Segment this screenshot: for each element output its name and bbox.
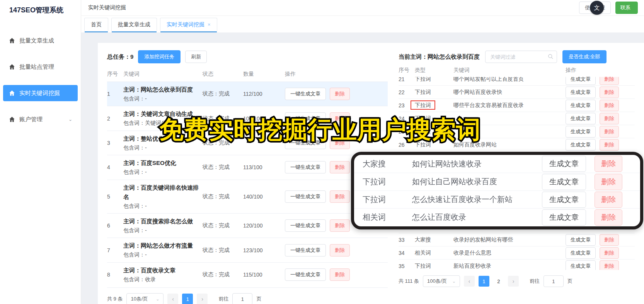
table-row[interactable]: 7 主词：网站怎么做才有流量 包含词：- 状态：完成 123/100 一键生成文… <box>107 238 388 262</box>
generate-article-button[interactable]: 生成文章 <box>566 139 596 151</box>
generate-article-button[interactable]: 一键生成文章 <box>285 244 326 256</box>
main-area: 实时关键词挖掘 使用教程 联系 文 首页 批量文章生成 实时关键词挖掘 × <box>81 0 644 304</box>
delete-button[interactable]: 删除 <box>330 190 350 203</box>
sidebar-item-keyword-mining[interactable]: 实时关键词挖掘 <box>3 85 78 101</box>
goto-page-input[interactable] <box>232 293 252 304</box>
delete-button[interactable]: 删除 <box>600 247 619 259</box>
delete-button[interactable]: 删除 <box>330 244 350 256</box>
row-type: 下拉词 <box>415 263 453 270</box>
add-task-button[interactable]: 添加挖词任务 <box>138 50 181 63</box>
row-keyword: 新站百度秒收录 <box>453 263 566 270</box>
page-size-select[interactable]: 10条/页 ⌄ <box>126 293 164 304</box>
delete-button[interactable]: 删除 <box>600 100 619 111</box>
page-size-select[interactable]: 100条/页 ⌄ <box>423 275 460 287</box>
row-include-word: 包含词：收录 <box>123 275 203 284</box>
generate-article-button[interactable]: 一键生成文章 <box>285 88 326 100</box>
home-icon <box>9 90 15 97</box>
delete-button[interactable]: 删除 <box>330 161 350 173</box>
delete-button[interactable]: 删除 <box>595 209 622 226</box>
sidebar-item-batch-site[interactable]: 批量站点管理 <box>3 59 78 75</box>
highlighted-type-annotation: 下拉词 <box>411 100 435 110</box>
magnified-row[interactable]: 下拉词 怎么快速让百度收录一个新站 生成文章 删除 <box>354 190 640 208</box>
refresh-button[interactable]: 刷新 <box>185 51 207 63</box>
generate-all-button[interactable]: 是否生成:全部 <box>562 50 607 63</box>
table-row[interactable]: 35 下拉词 新站百度秒收录 生成文章 删除 <box>399 259 635 270</box>
delete-button[interactable]: 删除 <box>600 139 619 151</box>
generate-article-button[interactable]: 生成文章 <box>542 209 586 226</box>
table-row[interactable]: 34 相关词 收录是什么意思 生成文章 删除 <box>399 246 635 259</box>
table-row[interactable]: 1 主词：网站怎么收录到百度 包含词：- 状态：完成 112/100 一键生成文… <box>107 82 388 106</box>
delete-button[interactable]: 删除 <box>595 174 622 190</box>
prev-page-button[interactable]: ‹ <box>167 294 178 304</box>
keyword-pagination: 共 111 条 100条/页 ⌄ ‹ 1 2 › 前往 页 <box>399 271 635 287</box>
tab-batch-article[interactable]: 批量文章生成 <box>111 18 157 31</box>
delete-button[interactable]: 删除 <box>330 219 350 232</box>
generate-article-button[interactable]: 一键生成文章 <box>285 161 326 173</box>
delete-button[interactable]: 删除 <box>600 126 619 138</box>
page-2-button[interactable]: 2 <box>493 276 504 287</box>
generate-article-button[interactable]: 一键生成文章 <box>285 219 326 232</box>
table-row[interactable]: 8 主词：百度收录文章 包含词：收录 状态：完成 115/100 一键生成文章 … <box>107 262 388 287</box>
delete-button[interactable]: 删除 <box>595 156 622 172</box>
delete-button[interactable]: 删除 <box>600 87 619 98</box>
row-include-word: 包含词：- <box>123 226 203 234</box>
contact-button[interactable]: 联系 <box>615 2 638 14</box>
delete-button[interactable]: 删除 <box>600 113 619 124</box>
tab-keyword-mining[interactable]: 实时关键词挖掘 × <box>160 18 217 31</box>
generate-article-button[interactable]: 生成文章 <box>566 126 596 138</box>
generate-article-button[interactable]: 生成文章 <box>566 87 596 98</box>
row-qty: 120/100 <box>243 222 285 229</box>
delete-button[interactable]: 删除 <box>330 268 350 281</box>
page-unit-label: 页 <box>256 296 261 302</box>
close-icon[interactable]: × <box>208 22 211 27</box>
generate-article-button[interactable]: 一键生成文章 <box>285 190 326 203</box>
delete-button[interactable]: 删除 <box>600 77 619 85</box>
generate-article-button[interactable]: 生成文章 <box>542 156 586 172</box>
magnified-row[interactable]: 相关词 怎么让百度收录 生成文章 删除 <box>354 208 640 226</box>
generate-article-button[interactable]: 生成文章 <box>566 77 596 85</box>
goto-page-input[interactable] <box>543 275 564 287</box>
page-1-button[interactable]: 1 <box>182 294 193 304</box>
row-no: 3 <box>107 140 123 146</box>
table-row[interactable]: 22 下拉词 哪个网站百度收录快 生成文章 删除 <box>399 85 635 99</box>
table-row[interactable]: 21 下拉词 哪个网站发帖可以上百度首页 生成文章 删除 <box>399 77 635 85</box>
prev-page-button[interactable]: ‹ <box>464 276 475 287</box>
generate-article-button[interactable]: 生成文章 <box>566 100 596 111</box>
current-main-word: 当前主词：网站怎么收录到百度 <box>399 53 480 61</box>
delete-button[interactable]: 删除 <box>600 260 619 270</box>
table-row[interactable]: 5 主词：百度关键词排名快速排名 包含词：- 状态：完成 140/100 一键生… <box>107 180 388 213</box>
generate-article-button[interactable]: 一键生成文章 <box>285 268 326 281</box>
generate-article-button[interactable]: 生成文章 <box>542 174 586 190</box>
table-row[interactable]: 6 主词：百度搜索排名怎么做 包含词：- 状态：完成 120/100 一键生成文… <box>107 213 388 238</box>
table-row[interactable]: 23 下拉词 哪些平台发文容易被百度收录 生成文章 删除 <box>399 99 635 112</box>
table-row[interactable]: 33 大家搜 收录好的发帖网站有哪些 生成文章 删除 <box>399 233 635 246</box>
generate-article-button[interactable]: 生成文章 <box>566 260 596 270</box>
generate-article-button[interactable]: 生成文章 <box>566 247 596 259</box>
generate-article-button[interactable]: 生成文章 <box>566 113 596 124</box>
sidebar: 147SEO管理系统 批量文章生成 批量站点管理 实时关键词挖掘 账户管理 ⌄ <box>0 0 81 304</box>
tab-home[interactable]: 首页 <box>84 18 108 31</box>
sidebar-item-batch-article[interactable]: 批量文章生成 <box>3 32 78 49</box>
col-no: 序号 <box>399 67 415 74</box>
next-page-button[interactable]: › <box>197 294 208 304</box>
table-row[interactable]: 4 主词：百度SEO优化 包含词：- 状态：完成 113/100 一键生成文章 … <box>107 155 388 179</box>
row-actions: 生成文章 删除 <box>566 139 635 151</box>
row-type: 相关词 <box>415 250 453 256</box>
row-include-word: 包含词：- <box>123 250 203 259</box>
page-1-button[interactable]: 1 <box>479 276 489 287</box>
search-icon <box>548 54 554 59</box>
next-page-button[interactable]: › <box>508 276 519 287</box>
row-no: 34 <box>399 250 415 256</box>
generate-article-button[interactable]: 生成文章 <box>542 192 586 208</box>
translate-widget-icon[interactable]: 文 <box>590 1 604 15</box>
row-actions: 生成文章 删除 <box>566 113 635 124</box>
delete-button[interactable]: 删除 <box>600 234 619 246</box>
sidebar-item-account[interactable]: 账户管理 ⌄ <box>3 111 78 127</box>
col-status: 状态 <box>203 71 243 78</box>
magnified-row[interactable]: 大家搜 如何让网站快速收录 生成文章 删除 <box>354 155 640 173</box>
generate-article-button[interactable]: 生成文章 <box>566 234 596 246</box>
keyword-filter-input[interactable] <box>485 51 557 63</box>
delete-button[interactable]: 删除 <box>330 88 350 100</box>
magnified-row[interactable]: 下拉词 如何让自己网站收录百度 生成文章 删除 <box>354 173 640 190</box>
delete-button[interactable]: 删除 <box>595 192 622 208</box>
